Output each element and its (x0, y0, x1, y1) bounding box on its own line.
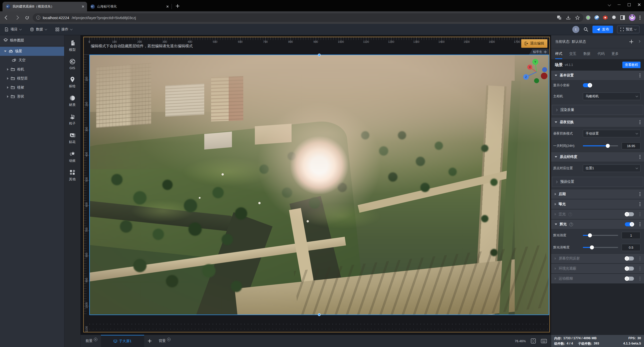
tab-style[interactable]: 样式 (555, 48, 562, 59)
section-menu-icon[interactable] (639, 214, 640, 215)
glow-toggle[interactable] (625, 222, 634, 226)
section-menu-icon[interactable] (639, 122, 640, 123)
collapse-arrow-icon[interactable] (7, 77, 9, 80)
preview-button[interactable]: 预览 (617, 26, 639, 33)
section-basic-settings[interactable]: 基本设置 (551, 70, 644, 80)
add-circle-icon[interactable] (94, 338, 97, 341)
section-bloom[interactable]: 泛光 ? (551, 209, 644, 219)
section-ssr[interactable]: 屏幕空间反射 (551, 253, 644, 264)
section-menu-icon[interactable] (639, 204, 640, 205)
forward-button[interactable] (13, 13, 21, 22)
window-close-icon[interactable] (637, 3, 640, 6)
section-exposure[interactable]: 曝光 (551, 199, 644, 209)
section-post-processing[interactable]: 后期 (551, 189, 644, 199)
tutorial-button[interactable]: 查看教程 (622, 62, 640, 68)
search-icon[interactable] (583, 27, 588, 32)
bloom-toggle[interactable] (625, 212, 634, 216)
glow-strength-input[interactable]: 1 (622, 232, 640, 239)
ao-toggle[interactable] (625, 267, 634, 271)
section-menu-icon[interactable] (639, 75, 640, 76)
exit-edit-button[interactable]: 退出编辑 (521, 39, 547, 48)
zoom-percent[interactable]: 76.46% (515, 339, 526, 343)
extension-green-icon[interactable] (586, 15, 590, 20)
tree-item-scene[interactable]: 场景 (0, 47, 64, 56)
tree-item-vegetation[interactable]: 植被 (0, 83, 64, 92)
rail-item-model[interactable]: 模型 (64, 38, 80, 54)
tab-close-icon[interactable] (82, 5, 84, 8)
help-icon[interactable]: ? (568, 212, 572, 216)
tab-background[interactable]: 背景 (155, 335, 174, 347)
browser-tab-active[interactable]: 我的建筑底座B（视觉优先） (3, 2, 87, 11)
section-menu-icon[interactable] (639, 268, 640, 269)
add-state-button[interactable] (629, 40, 633, 44)
rail-item-decal[interactable]: 贴花 (64, 130, 80, 146)
collapse-arrow-icon[interactable] (7, 68, 9, 71)
section-motion-blur[interactable]: 运动模糊 (551, 274, 644, 284)
rail-item-material[interactable]: 材质 (64, 93, 80, 109)
add-screen-button[interactable] (144, 335, 155, 347)
selection-label-tab[interactable]: 鲸孪生 (529, 49, 549, 55)
reload-button[interactable] (23, 13, 31, 22)
daynight-mode-select[interactable]: 手动设置 (583, 130, 640, 137)
day-time-slider[interactable] (583, 145, 618, 146)
section-menu-icon[interactable] (639, 156, 640, 157)
tab-code[interactable]: 代码 (597, 48, 605, 59)
main-camera-select[interactable]: 鸟瞰相机 (583, 93, 640, 100)
tab-sub-screen[interactable]: 子大屏1 (101, 335, 144, 347)
keyboard-icon[interactable] (541, 339, 547, 343)
window-minimize-icon[interactable] (618, 3, 621, 6)
menu-action[interactable]: 操作 (55, 27, 72, 32)
window-maximize-icon[interactable] (627, 3, 631, 6)
section-menu-icon[interactable] (639, 278, 640, 279)
address-bar[interactable]: i localhost:42224 /#/project/layer?proje… (33, 13, 583, 22)
menu-data[interactable]: 数据 (30, 27, 47, 32)
tab-interaction[interactable]: 交互 (569, 48, 576, 59)
tab-data[interactable]: 数据 (583, 48, 590, 59)
section-glow[interactable]: 辉光 ? (551, 219, 644, 229)
browser-profile-avatar[interactable] (629, 14, 635, 21)
day-time-input[interactable]: 16.95 (622, 142, 640, 149)
expand-arrow-icon[interactable] (4, 51, 7, 52)
scene-3d-viewport[interactable] (89, 55, 549, 315)
rail-item-plot[interactable]: 标绘 (64, 74, 80, 91)
new-tab-button[interactable] (173, 2, 182, 10)
rail-item-gis[interactable]: GIS (64, 56, 80, 72)
section-menu-icon[interactable] (639, 224, 640, 225)
tree-item-shape[interactable]: 形状 (0, 92, 64, 101)
tab-more[interactable]: 更多 (612, 48, 619, 59)
ssr-toggle[interactable] (625, 256, 634, 261)
glow-strength-slider[interactable] (583, 235, 618, 236)
canvas-area[interactable]: 0 100 200 300 400 500 600 700 800 900 10… (80, 35, 551, 335)
show-axis-toggle[interactable] (583, 83, 592, 87)
sidebar-panel-icon[interactable] (620, 15, 625, 20)
preset-position-collapse[interactable]: 预设位置 (552, 177, 643, 187)
tree-item-model-layer[interactable]: 模型层 (0, 74, 64, 83)
back-button[interactable] (3, 13, 11, 22)
bookmark-star-icon[interactable] (575, 15, 580, 20)
browser-tab-inactive[interactable]: 山海鲸可视化 (87, 2, 172, 11)
user-avatar[interactable]: t (572, 26, 579, 33)
section-ambient-occlusion[interactable]: 环境光遮蔽 (551, 264, 644, 274)
tree-item-camera[interactable]: 相机 (0, 65, 64, 74)
extension-red-icon[interactable] (603, 15, 608, 20)
axis-gizmo[interactable]: Y X Z (522, 56, 550, 84)
help-icon[interactable]: ? (569, 223, 573, 226)
menu-project[interactable]: 项目 (5, 27, 21, 32)
rail-item-particle[interactable]: 粒子 (64, 111, 80, 128)
save-icon[interactable] (566, 15, 571, 20)
browser-menu-icon[interactable] (639, 17, 640, 18)
glow-clarity-slider[interactable] (583, 247, 618, 248)
section-day-night[interactable]: 昼夜切换 (551, 117, 644, 127)
publish-button[interactable]: 发布 (592, 26, 613, 33)
tree-item-sky[interactable]: 天空 (0, 56, 64, 65)
render-quality-collapse[interactable]: 渲染质量 (552, 105, 643, 115)
section-origin-coords[interactable]: 原点经纬度 (551, 152, 644, 162)
site-info-icon[interactable]: i (36, 16, 40, 20)
chevron-right-icon[interactable] (638, 40, 640, 42)
extension-blue-icon[interactable] (594, 15, 599, 20)
fit-view-icon[interactable] (531, 338, 536, 343)
collapse-arrow-icon[interactable] (7, 86, 9, 89)
rail-item-motion[interactable]: 动效 (64, 149, 80, 165)
tab-close-icon[interactable] (166, 5, 169, 8)
origin-position-select[interactable]: 位置1 (583, 164, 640, 172)
